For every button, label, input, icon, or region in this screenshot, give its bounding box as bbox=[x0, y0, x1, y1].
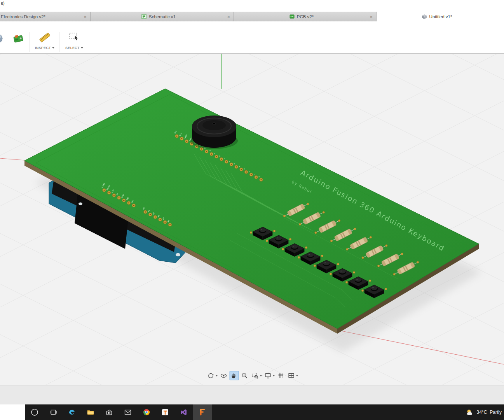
document-tab-bar: Electronics Design v2* × Schematic v1 × … bbox=[0, 12, 504, 21]
chevron-down-icon[interactable] bbox=[272, 375, 275, 376]
windows-taskbar: 34°C Partly bbox=[0, 404, 504, 420]
tab-label: Schematic v1 bbox=[149, 14, 176, 19]
display-settings-button[interactable] bbox=[263, 371, 272, 380]
mounting-hole bbox=[176, 253, 180, 256]
window-title-fragment: e) bbox=[1, 1, 5, 5]
chevron-down-icon[interactable] bbox=[296, 375, 298, 376]
chevron-down-icon[interactable] bbox=[215, 375, 218, 376]
view-navigation-bar bbox=[206, 371, 298, 380]
weather-widget[interactable]: 34°C Partly bbox=[466, 404, 504, 420]
fusion-360-window: e) Electronics Design v2* × Schematic v1… bbox=[0, 0, 504, 420]
close-tab-icon[interactable]: × bbox=[84, 14, 87, 19]
select-menu[interactable]: SELECT bbox=[62, 32, 86, 50]
visual-studio-icon[interactable] bbox=[174, 404, 193, 420]
chevron-down-icon[interactable] bbox=[260, 375, 262, 376]
edge-icon[interactable] bbox=[63, 404, 81, 420]
scene-svg: SCLSDAAREFGND131211109876543210IOREFRESE… bbox=[0, 54, 504, 385]
cortana-button[interactable] bbox=[25, 404, 44, 420]
orbit-button[interactable] bbox=[206, 371, 215, 380]
look-at-button[interactable] bbox=[219, 371, 228, 380]
fusion-360-icon[interactable] bbox=[193, 404, 212, 420]
chrome-icon[interactable] bbox=[137, 404, 156, 420]
toolbar-separator bbox=[30, 32, 30, 52]
pcb-icon bbox=[289, 14, 295, 19]
close-tab-icon[interactable]: × bbox=[227, 14, 230, 19]
start-button[interactable] bbox=[0, 404, 25, 420]
tab-untitled[interactable]: Untitled v1* bbox=[377, 12, 504, 21]
pan-button[interactable] bbox=[229, 371, 239, 380]
toolbar-separator bbox=[59, 32, 59, 52]
inspect-label: INSPECT bbox=[35, 46, 51, 50]
schematic-icon bbox=[141, 14, 146, 19]
store-icon[interactable] bbox=[100, 404, 119, 420]
viewports-button[interactable] bbox=[286, 371, 296, 380]
tab-label: Electronics Design v2* bbox=[1, 14, 45, 19]
weather-temperature: 34°C bbox=[477, 410, 487, 415]
tab-label: PCB v2* bbox=[297, 14, 314, 19]
tab-pcb[interactable]: PCB v2* × bbox=[234, 12, 377, 21]
inspect-menu[interactable]: INSPECT bbox=[33, 32, 57, 50]
3d-viewport[interactable]: SCLSDAAREFGND131211109876543210IOREFRESE… bbox=[0, 54, 504, 385]
window-titlebar: e) bbox=[0, 0, 504, 12]
close-tab-icon[interactable]: × bbox=[370, 14, 373, 19]
buzzer bbox=[190, 116, 238, 149]
model-3d-icon bbox=[422, 14, 427, 19]
tab-schematic[interactable]: Schematic v1 × bbox=[91, 12, 234, 21]
mounting-hole bbox=[78, 203, 82, 205]
task-view-button[interactable] bbox=[44, 404, 63, 420]
status-strip bbox=[0, 385, 504, 404]
tab-label: Untitled v1* bbox=[429, 14, 452, 19]
clipped-tool-icon[interactable] bbox=[0, 33, 6, 46]
weather-condition: Partly bbox=[490, 410, 502, 415]
ribbon-toolbar: INSPECT SELECT bbox=[0, 21, 504, 54]
zoom-window-button[interactable] bbox=[250, 371, 260, 380]
chevron-down-icon bbox=[52, 47, 54, 49]
tab-electronics-design[interactable]: Electronics Design v2* × bbox=[0, 12, 91, 21]
board-tool-icon[interactable] bbox=[12, 33, 24, 46]
grid-button[interactable] bbox=[276, 371, 285, 380]
partly-sunny-icon bbox=[466, 408, 474, 416]
chevron-down-icon bbox=[81, 47, 83, 49]
zoom-button[interactable] bbox=[240, 371, 249, 380]
file-explorer-icon[interactable] bbox=[81, 404, 100, 420]
mail-icon[interactable] bbox=[119, 404, 137, 420]
measure-ruler-icon bbox=[39, 32, 51, 43]
marquee-select-icon bbox=[68, 32, 80, 43]
select-label: SELECT bbox=[65, 46, 80, 50]
app-t-icon[interactable] bbox=[156, 404, 174, 420]
x-axis-left bbox=[0, 158, 24, 160]
